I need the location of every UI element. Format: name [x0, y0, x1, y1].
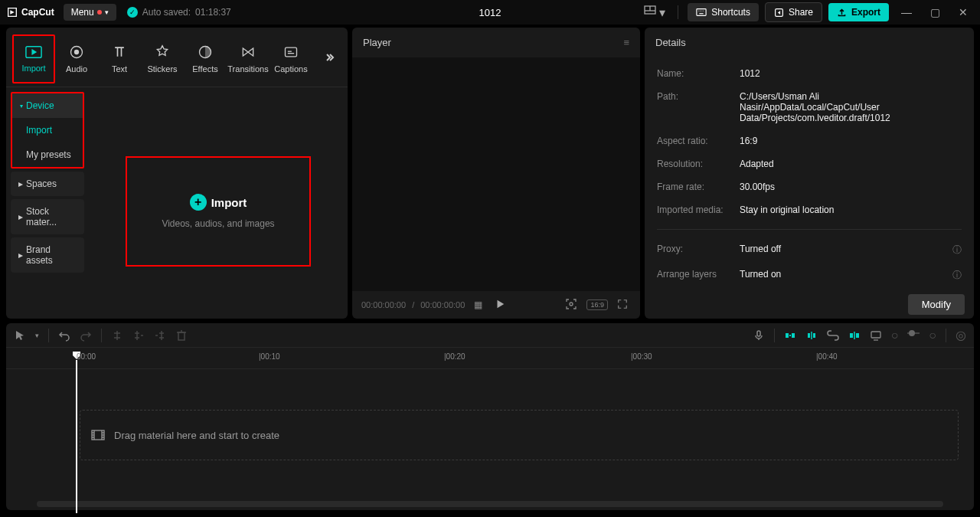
- link-icon[interactable]: [827, 329, 839, 342]
- details-title: Details: [645, 28, 974, 57]
- check-icon: ✓: [127, 7, 138, 18]
- split-tool[interactable]: [111, 329, 123, 342]
- svg-rect-21: [789, 335, 791, 336]
- player-viewport[interactable]: [352, 57, 640, 291]
- info-icon[interactable]: ⓘ: [952, 244, 962, 257]
- modify-button[interactable]: Modify: [908, 294, 965, 315]
- autosave-status: ✓ Auto saved: 01:18:37: [127, 7, 231, 18]
- detail-resolution-value: Adapted: [740, 159, 962, 169]
- zoom-in-icon[interactable]: ○: [929, 329, 936, 342]
- magnet-center-icon[interactable]: [805, 329, 818, 342]
- layout-icon[interactable]: ▾: [641, 2, 668, 23]
- svg-rect-17: [178, 332, 185, 340]
- timeline-drop-hint: Drag material here and start to create: [114, 430, 279, 441]
- sidebar-spaces[interactable]: ▸Spaces: [11, 172, 84, 196]
- info-icon[interactable]: ⓘ: [952, 269, 962, 282]
- detail-fps-label: Frame rate:: [657, 182, 740, 192]
- detail-path-label: Path:: [657, 91, 740, 123]
- player-time-current: 00:00:00:00: [361, 300, 406, 309]
- zoom-out-icon[interactable]: ○: [891, 329, 899, 342]
- detail-proxy-value: Turned off: [740, 244, 952, 257]
- svg-rect-18: [757, 331, 760, 336]
- svg-point-11: [75, 50, 79, 54]
- sidebar-import[interactable]: Import: [12, 118, 83, 142]
- svg-rect-19: [786, 333, 789, 338]
- svg-rect-13: [286, 47, 297, 57]
- svg-rect-22: [808, 333, 810, 338]
- detail-aspect-label: Aspect ratio:: [657, 136, 740, 146]
- detail-fps-value: 30.00fps: [740, 182, 962, 192]
- svg-rect-26: [871, 332, 880, 338]
- media-panel: Import Audio Text Stickers Effects Trans…: [6, 28, 348, 319]
- cursor-tool[interactable]: [14, 329, 26, 342]
- detail-path-value: C:/Users/Usman Ali Nasir/AppData/Local/C…: [740, 91, 962, 123]
- timeline-panel: ▾ ○ ○ ◎ 00:00 |00:10 |00:20 |00:30 |00:4…: [6, 323, 974, 510]
- tab-effects[interactable]: Effects: [184, 34, 227, 83]
- snap-icon[interactable]: [848, 329, 861, 342]
- player-title: Player: [363, 37, 391, 48]
- undo-button[interactable]: [58, 329, 70, 342]
- project-title: 1012: [479, 7, 501, 18]
- ruler-tick: |00:10: [259, 352, 280, 361]
- preview-icon[interactable]: [870, 329, 882, 342]
- import-subtext: Videos, audios, and images: [162, 218, 274, 229]
- cursor-dropdown-icon[interactable]: ▾: [35, 332, 39, 339]
- detail-aspect-value: 16:9: [740, 136, 962, 146]
- detail-layers-value: Turned on: [740, 269, 952, 282]
- sidebar-brand[interactable]: ▸Brand assets: [11, 237, 84, 273]
- details-panel: Details Name:1012 Path:C:/Users/Usman Al…: [645, 28, 974, 319]
- player-time-total: 00:00:00:00: [420, 300, 465, 309]
- detail-layers-label: Arrange layers: [657, 269, 740, 282]
- share-button[interactable]: Share: [765, 2, 822, 22]
- player-panel: Player ≡ 00:00:00:00 / 00:00:00:00 ▦ 16:…: [352, 28, 640, 319]
- ruler-tick: |00:30: [631, 352, 652, 361]
- menu-button[interactable]: Menu▾: [64, 4, 116, 21]
- export-button[interactable]: Export: [828, 3, 889, 21]
- trim-right-tool[interactable]: [154, 329, 166, 342]
- zoom-slider[interactable]: [907, 329, 920, 342]
- timeline-dropzone[interactable]: Drag material here and start to create: [80, 410, 959, 460]
- import-dropzone[interactable]: +Import Videos, audios, and images: [126, 156, 311, 267]
- tab-captions[interactable]: Captions: [270, 34, 312, 83]
- close-button[interactable]: ✕: [952, 6, 974, 18]
- svg-point-16: [570, 303, 573, 306]
- tab-transitions[interactable]: Transitions: [227, 34, 270, 83]
- mic-icon[interactable]: [753, 329, 765, 342]
- tabs-overflow-icon[interactable]: [317, 45, 341, 73]
- sidebar-device[interactable]: ▾Device: [12, 93, 83, 118]
- play-button[interactable]: [495, 299, 505, 311]
- detail-name-value: 1012: [740, 68, 962, 79]
- ruler-tick: |00:20: [444, 352, 466, 361]
- svg-point-28: [909, 330, 915, 336]
- detail-name-label: Name:: [657, 68, 740, 79]
- sidebar-stock[interactable]: ▸Stock mater...: [11, 199, 84, 234]
- minimize-button[interactable]: —: [895, 6, 918, 18]
- player-grid-icon[interactable]: ▦: [471, 298, 485, 312]
- maximize-button[interactable]: ▢: [924, 6, 946, 18]
- shortcuts-button[interactable]: Shortcuts: [688, 3, 759, 21]
- film-icon: [91, 430, 105, 440]
- detail-resolution-label: Resolution:: [657, 159, 740, 169]
- sidebar-presets[interactable]: My presets: [12, 142, 83, 167]
- tab-stickers[interactable]: Stickers: [141, 34, 184, 83]
- player-menu-icon[interactable]: ≡: [623, 37, 629, 48]
- detail-imported-label: Imported media:: [657, 205, 740, 215]
- app-logo: CapCut: [6, 6, 54, 18]
- magnet-left-icon[interactable]: [784, 329, 796, 342]
- redo-button[interactable]: [80, 329, 92, 342]
- svg-rect-25: [856, 333, 859, 338]
- tab-audio[interactable]: Audio: [55, 34, 98, 83]
- svg-rect-3: [697, 9, 706, 16]
- timeline-scrollbar[interactable]: [37, 501, 943, 507]
- player-ratio-badge[interactable]: 16:9: [586, 299, 608, 310]
- tab-import[interactable]: Import: [12, 34, 55, 83]
- player-scan-icon[interactable]: [562, 296, 580, 314]
- zoom-fit-icon[interactable]: ◎: [956, 328, 966, 342]
- player-fullscreen-icon[interactable]: [614, 297, 631, 313]
- svg-rect-20: [792, 333, 795, 338]
- svg-rect-23: [813, 333, 815, 338]
- trim-left-tool[interactable]: [132, 329, 145, 342]
- tab-text[interactable]: Text: [98, 34, 141, 83]
- delete-tool[interactable]: [175, 329, 188, 342]
- timeline-ruler[interactable]: 00:00 |00:10 |00:20 |00:30 |00:40: [6, 348, 974, 369]
